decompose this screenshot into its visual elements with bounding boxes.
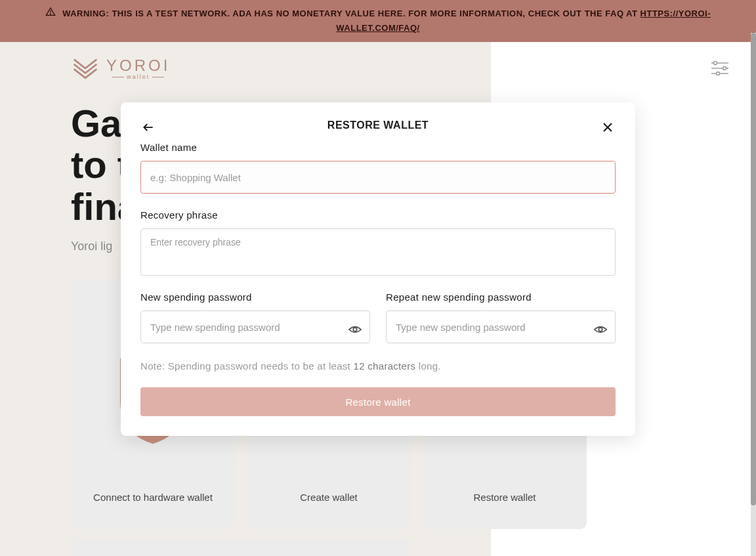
repeat-password-label: Repeat new spending password [386,291,616,303]
repeat-password-field: Repeat new spending password [386,291,616,343]
note-prefix: Note: Spending password needs to be at l… [140,360,354,372]
new-password-input[interactable] [140,310,370,343]
wallet-name-label: Wallet name [140,142,616,153]
close-button[interactable] [600,119,616,135]
password-note: Note: Spending password needs to be at l… [140,360,616,372]
back-button[interactable] [140,119,156,135]
restore-wallet-modal: RESTORE WALLET Wallet name Recovery phra… [121,102,635,436]
wallet-name-field: Wallet name [140,142,616,194]
password-row: New spending password Repeat new spendin… [140,291,616,343]
new-password-field: New spending password [140,291,370,343]
recovery-phrase-input[interactable]: Enter recovery phrase [140,228,616,276]
modal-overlay: RESTORE WALLET Wallet name Recovery phra… [0,0,756,556]
wallet-name-input[interactable] [140,161,616,194]
toggle-password-visibility-icon[interactable] [348,322,362,337]
note-suffix: long. [415,360,441,372]
recovery-phrase-field: Recovery phrase Enter recovery phrase [140,209,616,276]
toggle-password-visibility-icon[interactable] [593,322,608,337]
repeat-password-input[interactable] [386,310,616,343]
modal-header: RESTORE WALLET [140,119,616,131]
note-strong: 12 characters [354,360,416,372]
restore-wallet-button[interactable]: Restore wallet [140,387,616,416]
recovery-phrase-placeholder: Enter recovery phrase [150,237,241,247]
svg-point-13 [353,328,357,331]
new-password-label: New spending password [140,291,370,303]
modal-title: RESTORE WALLET [327,119,429,131]
recovery-phrase-label: Recovery phrase [140,209,616,221]
svg-point-14 [598,328,602,331]
